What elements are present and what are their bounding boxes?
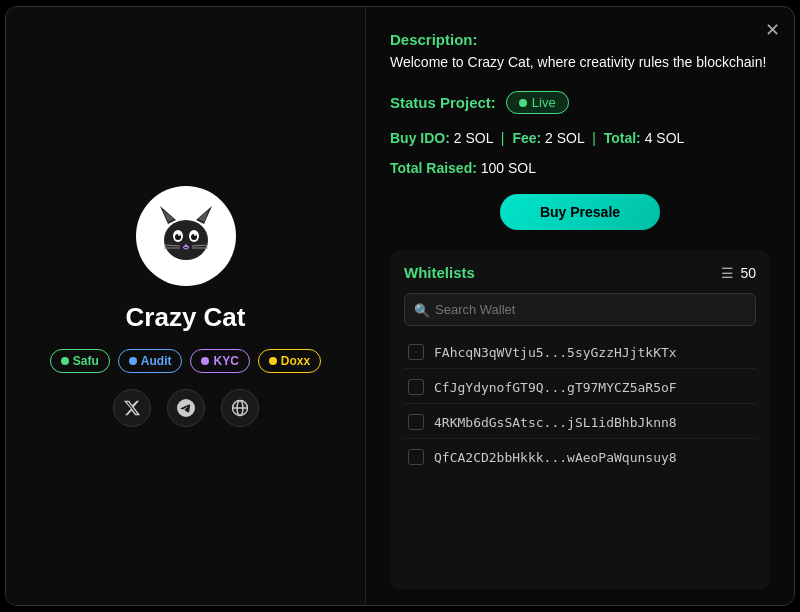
right-panel: Description: Welcome to Crazy Cat, where… [366,7,794,605]
list-icon: ☰ [721,265,734,281]
close-button[interactable]: ✕ [765,19,780,41]
badge-doxx[interactable]: Doxx [258,349,321,373]
status-label: Status Project: [390,94,496,111]
telegram-svg [177,399,195,417]
audit-dot [129,357,137,365]
search-icon: 🔍 [414,302,430,317]
left-panel: Crazy Cat Safu Audit KYC Doxx [6,7,366,605]
live-badge: Live [506,91,569,114]
total-label: Total: [604,130,641,146]
wallet-address-1: CfJgYdynofGT9Q...gT97MYCZ5aR5oF [434,380,677,395]
badge-safu-label: Safu [73,354,99,368]
svg-point-11 [194,234,196,236]
safu-dot [61,357,69,365]
cat-avatar-image [146,196,226,276]
fee-value: 2 SOL [545,130,584,146]
wallet-item[interactable]: 4RKMb6dGsSAtsc...jSL1idBhbJknn8 [404,406,756,439]
search-wrapper: 🔍 [404,293,756,326]
modal: ✕ [5,6,795,606]
search-input[interactable] [404,293,756,326]
whitelists-header: Whitelists ☰ 50 [404,264,756,281]
wallet-address-2: 4RKMb6dGsSAtsc...jSL1idBhbJknn8 [434,415,677,430]
whitelists-count: ☰ 50 [721,265,756,281]
description-label: Description: [390,31,770,48]
social-icons-row [113,389,259,427]
project-name: Crazy Cat [126,302,246,333]
buy-presale-button[interactable]: Buy Presale [500,194,660,230]
badge-doxx-label: Doxx [281,354,310,368]
buy-ido-label: Buy IDO: [390,130,450,146]
telegram-icon[interactable] [167,389,205,427]
badge-safu[interactable]: Safu [50,349,110,373]
svg-point-8 [175,234,181,240]
wallet-item[interactable]: CfJgYdynofGT9Q...gT97MYCZ5aR5oF [404,371,756,404]
description-text: Welcome to Crazy Cat, where creativity r… [390,52,770,73]
badges-row: Safu Audit KYC Doxx [50,349,321,373]
svg-point-10 [178,234,180,236]
live-dot [519,99,527,107]
svg-point-9 [191,234,197,240]
status-row: Status Project: Live [390,91,770,114]
separator-2: | [592,130,600,146]
badge-audit[interactable]: Audit [118,349,183,373]
website-icon[interactable] [221,389,259,427]
wallet-item[interactable]: FAhcqN3qWVtju5...5syGzzHJjtkKTx [404,336,756,369]
web-svg [231,399,249,417]
separator-1: | [501,130,509,146]
badge-audit-label: Audit [141,354,172,368]
wallet-list: FAhcqN3qWVtju5...5syGzzHJjtkKTx CfJgYdyn… [404,336,756,473]
wallet-checkbox-1[interactable] [408,379,424,395]
whitelists-title: Whitelists [404,264,475,281]
badge-kyc-label: KYC [213,354,238,368]
doxx-dot [269,357,277,365]
total-raised-label: Total Raised: [390,160,477,176]
whitelists-number: 50 [740,265,756,281]
twitter-svg [123,399,141,417]
buy-ido-value: 2 SOL [454,130,493,146]
svg-point-1 [164,220,208,260]
wallet-checkbox-0[interactable] [408,344,424,360]
whitelists-section: Whitelists ☰ 50 🔍 FAhcqN3qWVtju5...5syGz… [390,250,770,589]
wallet-checkbox-2[interactable] [408,414,424,430]
kyc-dot [201,357,209,365]
wallet-checkbox-3[interactable] [408,449,424,465]
wallet-item[interactable]: QfCA2CD2bbHkkk...wAeoPaWqunsuy8 [404,441,756,473]
live-status-text: Live [532,95,556,110]
badge-kyc[interactable]: KYC [190,349,249,373]
avatar [136,186,236,286]
total-raised-value: 100 SOL [481,160,536,176]
wallet-address-3: QfCA2CD2bbHkkk...wAeoPaWqunsuy8 [434,450,677,465]
fee-label: Fee: [512,130,541,146]
total-value: 4 SOL [645,130,685,146]
twitter-icon[interactable] [113,389,151,427]
total-raised-row: Total Raised: 100 SOL [390,160,770,176]
buy-ido-row: Buy IDO: 2 SOL | Fee: 2 SOL | Total: 4 S… [390,130,770,146]
wallet-address-0: FAhcqN3qWVtju5...5syGzzHJjtkKTx [434,345,677,360]
